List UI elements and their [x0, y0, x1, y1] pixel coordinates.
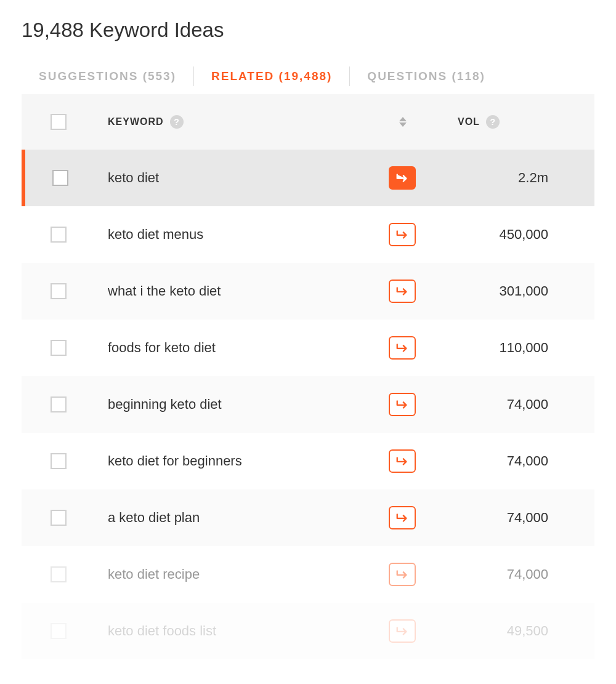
- expand-button[interactable]: [389, 619, 416, 643]
- arrow-right-icon: [395, 512, 409, 523]
- table-body: keto diet 2.2m keto diet menus 450,000 w…: [22, 150, 594, 659]
- arrow-right-icon: [395, 399, 409, 410]
- keyword-text: a keto diet plan: [108, 510, 200, 526]
- table-row[interactable]: what i the keto diet 301,000: [22, 263, 594, 320]
- tab-suggestions[interactable]: SUGGESTIONS (553): [22, 63, 193, 89]
- vol-text: 2.2m: [518, 170, 548, 185]
- vol-text: 74,000: [507, 453, 548, 469]
- row-checkbox[interactable]: [51, 453, 67, 469]
- help-icon[interactable]: ?: [170, 115, 184, 129]
- vol-text: 450,000: [499, 227, 548, 242]
- select-all-checkbox[interactable]: [51, 114, 67, 130]
- expand-button[interactable]: [389, 393, 416, 416]
- expand-button[interactable]: [389, 506, 416, 529]
- tab-questions[interactable]: QUESTIONS (118): [350, 63, 503, 89]
- vol-text: 74,000: [507, 396, 548, 412]
- keyword-text: keto diet menus: [108, 227, 203, 243]
- expand-button[interactable]: [389, 166, 416, 190]
- row-checkbox[interactable]: [51, 283, 67, 299]
- vol-text: 301,000: [499, 283, 548, 299]
- table-row[interactable]: keto diet 2.2m: [22, 150, 594, 206]
- table-row[interactable]: keto diet menus 450,000: [22, 206, 594, 263]
- arrow-right-icon: [395, 229, 409, 240]
- arrow-right-icon: [395, 569, 409, 580]
- expand-button[interactable]: [389, 563, 416, 586]
- keyword-text: what i the keto diet: [108, 283, 221, 299]
- table-row[interactable]: beginning keto diet 74,000: [22, 376, 594, 433]
- row-checkbox[interactable]: [51, 623, 67, 639]
- expand-button[interactable]: [389, 223, 416, 246]
- expand-button[interactable]: [389, 449, 416, 473]
- row-checkbox[interactable]: [51, 396, 67, 412]
- row-checkbox[interactable]: [52, 170, 68, 186]
- row-checkbox[interactable]: [51, 566, 67, 582]
- arrow-right-icon: [395, 342, 409, 353]
- row-checkbox[interactable]: [51, 227, 67, 243]
- arrow-right-icon: [395, 456, 409, 467]
- table-row[interactable]: foods for keto diet 110,000: [22, 320, 594, 376]
- header-keyword-col[interactable]: KEYWORD ?: [95, 115, 440, 129]
- vol-text: 110,000: [499, 340, 548, 355]
- vol-text: 74,000: [507, 510, 548, 525]
- keyword-text: keto diet recipe: [108, 566, 200, 582]
- row-checkbox[interactable]: [51, 340, 67, 356]
- row-checkbox[interactable]: [51, 510, 67, 526]
- keyword-text: beginning keto diet: [108, 396, 222, 412]
- vol-header-label: VOL: [458, 116, 480, 127]
- page-title: 19,488 Keyword Ideas: [22, 18, 594, 42]
- table-header: KEYWORD ? VOL ?: [22, 94, 594, 150]
- arrow-right-icon: [395, 172, 409, 183]
- keyword-text: keto diet for beginners: [108, 453, 242, 469]
- table-row[interactable]: keto diet foods list 49,500: [22, 603, 594, 659]
- table-row[interactable]: keto diet for beginners 74,000: [22, 433, 594, 489]
- arrow-right-icon: [395, 286, 409, 297]
- tab-related[interactable]: RELATED (19,488): [194, 63, 349, 89]
- expand-button[interactable]: [389, 280, 416, 303]
- table-row[interactable]: a keto diet plan 74,000: [22, 489, 594, 546]
- keyword-text: foods for keto diet: [108, 340, 216, 356]
- table-row[interactable]: keto diet recipe 74,000: [22, 546, 594, 603]
- tabs-container: SUGGESTIONS (553) RELATED (19,488) QUEST…: [22, 63, 594, 89]
- keyword-text: keto diet foods list: [108, 623, 216, 639]
- keyword-text: keto diet: [108, 170, 159, 186]
- expand-button[interactable]: [389, 336, 416, 360]
- vol-text: 74,000: [507, 566, 548, 582]
- sort-icon[interactable]: [399, 117, 407, 127]
- header-vol-col[interactable]: VOL ?: [440, 115, 594, 129]
- vol-text: 49,500: [507, 623, 548, 638]
- header-checkbox-col: [22, 114, 95, 130]
- arrow-right-icon: [395, 626, 409, 637]
- keyword-header-label: KEYWORD: [108, 116, 164, 127]
- help-icon[interactable]: ?: [486, 115, 500, 129]
